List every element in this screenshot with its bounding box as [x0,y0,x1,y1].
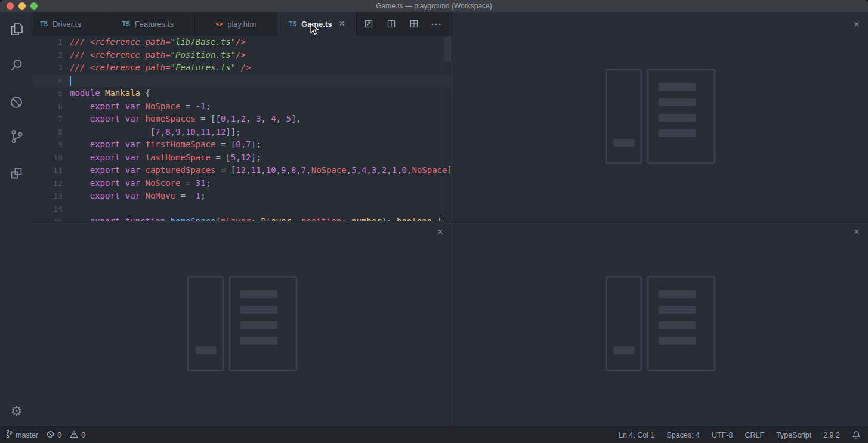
empty-editor-watermark [605,276,715,371]
typescript-file-icon: TS [289,21,296,27]
code-line-15[interactable]: 15 export function homeSpace(player: Pla… [33,215,452,221]
watermark-sidebar-box [605,276,642,371]
code-line-13[interactable]: 13 export var NoMove = -1; [33,190,452,203]
window-title: Game.ts — playground (Workspace) [376,2,492,10]
code-line-9[interactable]: 9 export var firstHomeSpace = [0,7]; [33,138,452,151]
code-line-1[interactable]: 1/// <reference path="lib/Base.ts"/> [33,36,452,49]
typescript-file-icon: TS [40,21,48,27]
extensions-icon[interactable] [0,165,33,181]
settings-gear-icon[interactable]: ⚙ [0,403,33,420]
status-right: Ln 4, Col 1Spaces: 4UTF-8CRLFTypeScript2… [619,430,861,439]
status-label: Spaces: 4 [666,431,700,439]
code-line-3[interactable]: 3/// <reference path="Features.ts" /> [33,61,452,75]
close-window-button[interactable] [7,2,14,10]
code-line-10[interactable]: 10 export var lastHomeSpace = [5,12]; [33,151,452,165]
status-label: UTF-8 [712,431,733,439]
tab-features-ts[interactable]: TSFeatures.ts [101,12,195,36]
code-line-4[interactable]: 4 [33,75,452,88]
tab-close-icon[interactable]: × [339,18,344,29]
code-text: export var homeSpaces = [[0,1,2, 3, 4, 5… [63,113,301,126]
status-encoding[interactable]: UTF-8 [712,431,733,439]
close-group-icon[interactable]: × [854,19,860,29]
line-number: 14 [33,203,63,216]
minimize-window-button[interactable] [18,2,26,10]
explorer-icon[interactable] [0,21,33,38]
source-control-icon[interactable] [0,128,33,145]
code-text: export var NoSpace = -1; [63,100,211,113]
code-line-2[interactable]: 2/// <reference path="Position.ts"/> [33,49,452,62]
status-language-mode[interactable]: TypeScript [776,431,811,439]
code-text: export function homeSpace(player: Player… [63,215,442,221]
split-editor-icon[interactable] [380,12,403,36]
activity-bar: ⚙ [0,12,33,426]
code-text: /// <reference path="Features.ts" /> [63,61,251,75]
window-controls [7,2,38,10]
status-ts-version[interactable]: 2.9.2 [823,431,840,439]
html-file-icon: <> [216,21,223,27]
branch-icon [6,430,13,440]
empty-editor-watermark [187,276,298,371]
status-label: 2.9.2 [823,431,840,439]
close-group-icon[interactable]: × [437,227,443,237]
code-line-11[interactable]: 11 export var capturedSpaces = [12,11,10… [33,164,452,177]
zoom-window-button[interactable] [30,2,38,10]
vertical-splitter[interactable] [452,12,452,426]
tab-driver-ts[interactable]: TSDriver.ts [33,12,101,36]
editor-group-bottom-left: × [33,221,452,426]
code-line-6[interactable]: 6 export var NoSpace = -1; [33,100,452,113]
status-eol-sequence[interactable]: CRLF [745,431,764,439]
status-warning-count[interactable]: 0 [70,430,85,440]
open-changes-icon[interactable] [357,12,380,36]
code-line-5[interactable]: 5module Mankala { [33,87,452,100]
line-number: 1 [33,36,63,49]
vscode-window: Game.ts — playground (Workspace) ⚙ TSDri… [0,0,868,443]
status-label: TypeScript [776,431,811,439]
line-number: 2 [33,49,63,62]
code-text: /// <reference path="Position.ts"/> [63,49,246,62]
tab-game-ts[interactable]: TSGame.ts× [277,12,357,36]
tab-label: Features.ts [135,20,174,29]
status-cursor-position[interactable]: Ln 4, Col 1 [619,431,654,439]
code-editor[interactable]: 1/// <reference path="lib/Base.ts"/>2///… [33,36,452,221]
tab-list: TSDriver.tsTSFeatures.ts<>play.htmTSGame… [33,12,357,36]
line-number: 15 [33,215,63,221]
code-text: export var NoMove = -1; [63,190,206,203]
status-label: CRLF [745,431,764,439]
line-number: 12 [33,177,63,190]
code-line-12[interactable]: 12 export var NoScore = 31; [33,177,452,190]
line-number: 9 [33,138,63,151]
line-number: 8 [33,126,63,139]
status-git-branch[interactable]: master [6,430,38,440]
tab-label: play.htm [227,20,256,29]
code-text: export var firstHomeSpace = [0,7]; [63,138,261,151]
watermark-editor-box [647,69,715,164]
line-number: 6 [33,100,63,113]
tab-play-htm[interactable]: <>play.htm [195,12,277,36]
code-line-7[interactable]: 7 export var homeSpaces = [[0,1,2, 3, 4,… [33,113,452,126]
status-label: 0 [81,431,85,439]
editor-scrollbar[interactable] [443,36,452,221]
tab-label: Driver.ts [52,20,81,29]
search-icon[interactable] [0,57,33,73]
status-indentation[interactable]: Spaces: 4 [666,431,700,439]
notifications-bell-icon[interactable] [852,430,861,439]
status-bar: master00 Ln 4, Col 1Spaces: 4UTF-8CRLFTy… [0,426,868,443]
code-text: export var lastHomeSpace = [5,12]; [63,151,261,165]
horizontal-splitter[interactable] [33,221,868,221]
status-label: master [16,431,38,439]
code-line-8[interactable]: 8 [7,8,9,10,11,12]]; [33,126,452,139]
debug-icon[interactable] [0,94,33,110]
status-label: Ln 4, Col 1 [619,431,654,439]
scrollbar-thumb[interactable] [444,37,451,62]
warning-icon [70,430,78,440]
line-number: 7 [33,113,63,126]
editor-layout-icon[interactable] [403,12,425,36]
editor-tab-bar: TSDriver.tsTSFeatures.ts<>play.htmTSGame… [33,12,452,36]
close-group-icon[interactable]: × [854,227,860,237]
code-text: module Mankala { [63,87,150,100]
status-left: master00 [6,430,85,440]
status-error-count[interactable]: 0 [47,430,61,440]
code-line-14[interactable]: 14 [33,203,452,216]
editor-actions: ··· [357,12,452,36]
more-actions-icon[interactable]: ··· [425,12,448,36]
